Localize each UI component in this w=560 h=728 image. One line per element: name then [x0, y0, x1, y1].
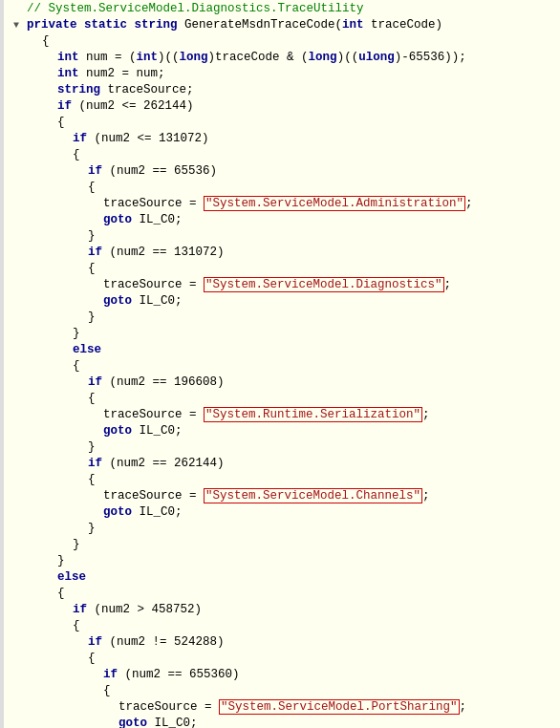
code-line: } — [6, 538, 560, 554]
code-view[interactable]: // System.ServiceModel.Diagnostics.Trace… — [0, 0, 560, 728]
line-content: goto IL_C0; — [23, 294, 183, 308]
line-content: if (num2 == 131072) — [23, 246, 225, 259]
line-content: traceSource = "System.ServiceModel.Chann… — [23, 489, 430, 503]
highlighted-string: "System.ServiceModel.Administration" — [204, 196, 465, 211]
line-content: } — [23, 554, 65, 567]
code-line: traceSource = "System.ServiceModel.Admin… — [6, 197, 560, 213]
line-content: } — [23, 440, 96, 454]
code-line: { — [6, 684, 560, 700]
code-line: { — [6, 262, 560, 278]
code-line: goto IL_C0; — [6, 213, 560, 229]
code-line: else — [6, 343, 560, 359]
line-content: string traceSource; — [23, 83, 194, 96]
expand-icon[interactable]: ▼ — [13, 20, 19, 31]
line-content: { — [23, 652, 96, 665]
code-line: goto IL_C0; — [6, 717, 560, 728]
line-content: { — [23, 619, 80, 632]
line-content: if (num2 == 196608) — [23, 375, 225, 389]
highlighted-string: "System.ServiceModel.Diagnostics" — [204, 277, 444, 292]
line-content: int num = (int)((long)traceCode & (long)… — [23, 51, 466, 64]
code-line: { — [6, 473, 560, 489]
line-content: } — [23, 327, 80, 340]
line-content: if (num2 > 458752) — [23, 603, 202, 616]
code-line: if (num2 == 65536) — [6, 164, 560, 181]
highlighted-string: "System.ServiceModel.PortSharing" — [219, 699, 460, 715]
code-line: } — [6, 229, 560, 246]
code-line: } — [6, 327, 560, 343]
code-line: goto IL_C0; — [6, 294, 560, 310]
line-content: private static string GenerateMsdnTraceC… — [23, 18, 442, 32]
code-line: { — [6, 359, 560, 375]
line-content: goto IL_C0; — [23, 717, 198, 728]
code-line: if (num2 > 458752) — [6, 603, 560, 619]
line-content: { — [23, 684, 111, 697]
line-content: traceSource = "System.ServiceModel.Admin… — [23, 197, 473, 210]
line-content: { — [23, 181, 96, 194]
line-content: goto IL_C0; — [23, 424, 183, 438]
line-content: traceSource = "System.ServiceModel.Diagn… — [23, 278, 451, 291]
code-line: } — [6, 554, 560, 570]
line-content: traceSource = "System.ServiceModel.PortS… — [23, 700, 466, 714]
code-line: { — [6, 148, 560, 164]
code-line: traceSource = "System.ServiceModel.Diagn… — [6, 278, 560, 294]
line-content: { — [23, 116, 65, 129]
code-line: if (num2 <= 262144) — [6, 99, 560, 116]
line-content: traceSource = "System.Runtime.Serializat… — [23, 408, 430, 421]
code-line: traceSource = "System.ServiceModel.PortS… — [6, 700, 560, 717]
code-line: if (num2 == 262144) — [6, 457, 560, 473]
code-line: ▼private static string GenerateMsdnTrace… — [6, 18, 560, 34]
line-content: goto IL_C0; — [23, 213, 183, 226]
code-line: int num2 = num; — [6, 67, 560, 83]
code-line: { — [6, 116, 560, 132]
line-content: if (num2 == 262144) — [23, 457, 225, 470]
line-content: else — [23, 570, 86, 584]
line-content: } — [23, 229, 96, 243]
line-content: if (num2 <= 131072) — [23, 132, 209, 145]
code-line: if (num2 == 196608) — [6, 375, 560, 392]
line-content: { — [23, 34, 50, 48]
code-line: if (num2 <= 131072) — [6, 132, 560, 148]
line-content: { — [23, 473, 96, 486]
line-content: { — [23, 587, 65, 600]
line-content: { — [23, 392, 96, 405]
code-line: if (num2 == 131072) — [6, 246, 560, 262]
code-line: { — [6, 34, 560, 51]
code-line: // System.ServiceModel.Diagnostics.Trace… — [6, 2, 560, 18]
line-content: // System.ServiceModel.Diagnostics.Trace… — [23, 2, 364, 15]
line-content: goto IL_C0; — [23, 505, 183, 519]
code-line: } — [6, 310, 560, 327]
line-content: else — [23, 343, 101, 356]
line-content: if (num2 <= 262144) — [23, 99, 194, 113]
code-line: string traceSource; — [6, 83, 560, 99]
line-content: } — [23, 538, 80, 551]
code-line: if (num2 != 524288) — [6, 635, 560, 652]
line-content: if (num2 != 524288) — [23, 635, 225, 649]
code-line: int num = (int)((long)traceCode & (long)… — [6, 51, 560, 67]
code-container: // System.ServiceModel.Diagnostics.Trace… — [0, 0, 560, 728]
code-line: { — [6, 652, 560, 668]
code-line: { — [6, 392, 560, 408]
code-line: { — [6, 587, 560, 603]
line-gutter: ▼ — [6, 20, 23, 31]
line-content: if (num2 == 655360) — [23, 668, 240, 681]
code-line: traceSource = "System.ServiceModel.Chann… — [6, 489, 560, 505]
code-line: { — [6, 181, 560, 197]
code-line: if (num2 == 655360) — [6, 668, 560, 684]
line-content: { — [23, 262, 96, 275]
highlighted-string: "System.ServiceModel.Channels" — [204, 488, 422, 503]
code-line: goto IL_C0; — [6, 424, 560, 440]
code-line: goto IL_C0; — [6, 505, 560, 522]
line-content: if (num2 == 65536) — [23, 164, 217, 178]
code-line: } — [6, 522, 560, 538]
line-content: } — [23, 522, 96, 535]
code-line: { — [6, 619, 560, 635]
code-line: } — [6, 440, 560, 457]
line-content: { — [23, 148, 80, 161]
line-content: } — [23, 310, 96, 324]
line-content: { — [23, 359, 80, 373]
code-line: else — [6, 570, 560, 587]
line-content: int num2 = num; — [23, 67, 165, 80]
left-bar — [0, 0, 4, 728]
highlighted-string: "System.Runtime.Serialization" — [204, 407, 422, 422]
code-line: traceSource = "System.Runtime.Serializat… — [6, 408, 560, 424]
